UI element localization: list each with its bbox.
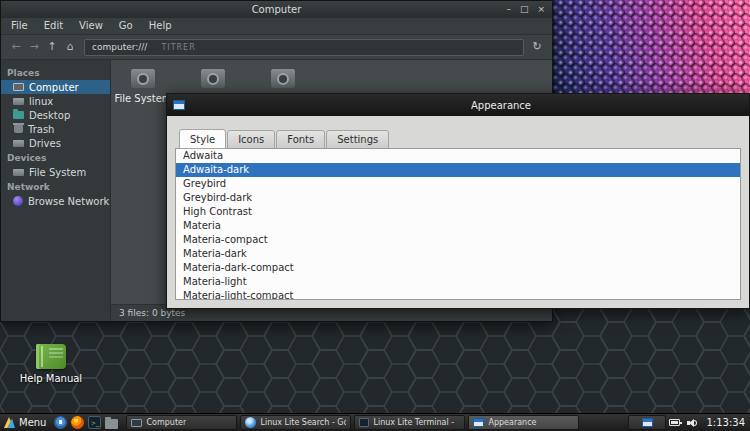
theme-item-greybird[interactable]: Greybird	[176, 177, 740, 191]
help-manual-book-icon	[36, 344, 66, 369]
window-title: Computer	[252, 4, 302, 15]
drive-icon	[13, 169, 24, 176]
window-controls: – □ ×	[506, 1, 552, 18]
minimize-button[interactable]: –	[506, 1, 511, 18]
file-item-drive-3[interactable]	[251, 68, 315, 93]
tab-style[interactable]: Style	[179, 129, 226, 149]
window-title: Appearance	[471, 100, 531, 111]
appearance-app-icon	[173, 100, 185, 110]
menu-edit[interactable]: Edit	[36, 18, 71, 34]
network-globe-icon	[13, 196, 23, 206]
theme-item-greybird-dark[interactable]: Greybird-dark	[176, 191, 740, 205]
power-icon[interactable]	[669, 419, 680, 426]
sidebar-item-browse-network[interactable]: Browse Network	[1, 194, 110, 208]
theme-item-materia-dark-compact[interactable]: Materia-dark-compact	[176, 261, 740, 275]
sidebar-item-file-system[interactable]: File System	[1, 165, 110, 179]
menu-file[interactable]: File	[3, 18, 36, 34]
volume-wave-icon	[693, 420, 697, 426]
up-icon[interactable]: ↑	[43, 35, 61, 59]
appearance-titlebar[interactable]: Appearance	[167, 94, 749, 116]
menubar: File Edit View Go Help	[1, 18, 552, 35]
appearance-content: Style Icons Fonts Settings Adwaita Adwai…	[167, 116, 749, 308]
task-button-appearance[interactable]: Appearance	[468, 415, 579, 430]
system-tray: 1:13:34	[669, 417, 750, 428]
desktop: Help Manual Computer – □ × File Edit Vie…	[0, 0, 750, 431]
window-mini-icon	[642, 418, 653, 427]
drive-icon	[200, 68, 226, 89]
tab-fonts[interactable]: Fonts	[276, 130, 325, 149]
sidebar-item-label: Browse Network	[28, 196, 109, 207]
sidebar-item-label: Drives	[29, 138, 61, 149]
theme-item-materia-light[interactable]: Materia-light	[176, 275, 740, 289]
chromium-icon[interactable]	[54, 416, 67, 429]
menu-go[interactable]: Go	[111, 18, 141, 34]
theme-item-materia-light-compact[interactable]: Materia-light-compact	[176, 289, 740, 300]
window-icon-button[interactable]	[628, 415, 666, 430]
menu-button[interactable]: Menu	[0, 414, 52, 431]
theme-item-high-contrast[interactable]: High Contrast	[176, 205, 740, 219]
task-button-search[interactable]: Linux Lite Search - Go...	[240, 415, 351, 430]
disk-icon	[13, 98, 24, 105]
address-bar[interactable]: computer:/// TITRER	[84, 39, 524, 56]
sidebar-item-linux[interactable]: linux	[1, 94, 110, 108]
task-label: Linux Lite Search - Go...	[260, 418, 346, 427]
sidebar-item-desktop[interactable]: Desktop	[1, 108, 110, 122]
close-button[interactable]: ×	[537, 1, 545, 18]
sidebar: Places Computer linux Desktop Trash	[1, 60, 111, 321]
sidebar-item-label: Desktop	[29, 110, 70, 121]
tab-settings[interactable]: Settings	[326, 130, 389, 149]
maximize-button[interactable]: □	[520, 1, 529, 18]
theme-item-materia[interactable]: Materia	[176, 219, 740, 233]
folder-icon	[13, 111, 24, 119]
taskbar: Menu >_ Computer Linux Lite Search - Go.…	[0, 413, 750, 431]
theme-item-adwaita-dark[interactable]: Adwaita-dark	[176, 163, 740, 177]
search-task-icon	[245, 417, 256, 428]
drives-icon	[13, 140, 24, 147]
reload-icon[interactable]: ↻	[528, 35, 546, 59]
file-manager-titlebar[interactable]: Computer – □ ×	[1, 1, 552, 18]
drive-icon	[130, 68, 156, 89]
sidebar-item-drives[interactable]: Drives	[1, 136, 110, 150]
desktop-icon-help-manual[interactable]: Help Manual	[10, 344, 92, 384]
theme-item-materia-compact[interactable]: Materia-compact	[176, 233, 740, 247]
sidebar-item-label: linux	[29, 96, 53, 107]
task-button-terminal[interactable]: Linux Lite Terminal -	[354, 415, 465, 430]
sidebar-section-places: Places	[1, 65, 110, 80]
toolbar: ← → ↑ ⌂ computer:/// TITRER ↻	[1, 35, 552, 60]
task-label: Computer	[146, 418, 186, 427]
drive-icon	[270, 68, 296, 89]
appearance-window: Appearance Style Icons Fonts Settings Ad…	[166, 93, 750, 309]
address-hint: TITRER	[161, 43, 195, 52]
forward-icon[interactable]: →	[25, 35, 43, 59]
task-label: Linux Lite Terminal -	[373, 418, 454, 427]
terminal-icon[interactable]: >_	[88, 416, 101, 429]
menu-help[interactable]: Help	[141, 18, 180, 34]
sidebar-section-network: Network	[1, 179, 110, 194]
back-icon[interactable]: ←	[7, 35, 25, 59]
sidebar-item-label: File System	[29, 167, 86, 178]
trash-icon	[14, 125, 23, 133]
volume-icon[interactable]	[687, 417, 699, 428]
computer-task-icon	[131, 419, 142, 427]
theme-item-adwaita[interactable]: Adwaita	[176, 149, 740, 163]
theme-item-materia-dark[interactable]: Materia-dark	[176, 247, 740, 261]
task-button-computer[interactable]: Computer	[126, 415, 237, 430]
sidebar-item-label: Computer	[29, 82, 79, 93]
file-item-drive-2[interactable]	[181, 68, 245, 93]
firefox-icon[interactable]	[71, 416, 84, 429]
home-icon[interactable]: ⌂	[61, 35, 79, 59]
sidebar-item-computer[interactable]: Computer	[1, 80, 110, 94]
terminal-task-icon	[359, 418, 369, 427]
sidebar-item-label: Trash	[28, 124, 54, 135]
tab-strip: Style Icons Fonts Settings	[175, 122, 741, 148]
statusbar-text: 3 files: 0 bytes	[119, 308, 185, 318]
sidebar-item-trash[interactable]: Trash	[1, 122, 110, 136]
file-manager-icon[interactable]	[105, 419, 118, 429]
computer-icon	[13, 83, 24, 91]
menu-button-label: Menu	[19, 417, 46, 428]
linux-lite-logo-icon	[3, 416, 16, 429]
clock[interactable]: 1:13:34	[706, 417, 745, 428]
theme-list: Adwaita Adwaita-dark Greybird Greybird-d…	[175, 148, 741, 300]
tab-icons[interactable]: Icons	[227, 130, 275, 149]
menu-view[interactable]: View	[71, 18, 111, 34]
